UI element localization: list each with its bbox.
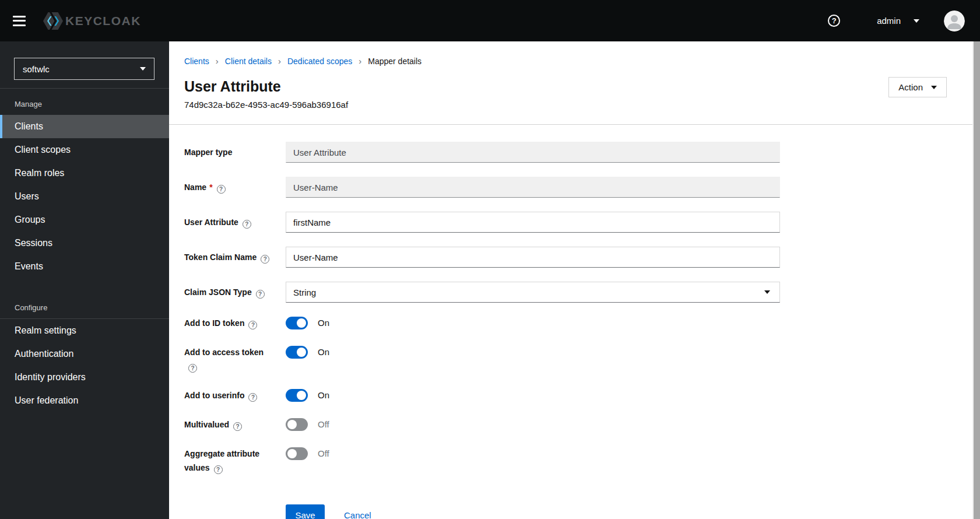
- name-field: [286, 177, 780, 198]
- claim-json-type-label: Claim JSON Type?: [184, 286, 272, 299]
- breadcrumb-clients[interactable]: Clients: [184, 57, 209, 66]
- sidebar-item-clients[interactable]: Clients: [0, 115, 169, 138]
- required-asterisk: *: [209, 183, 212, 192]
- sidebar-item-realm-roles[interactable]: Realm roles: [0, 162, 169, 185]
- breadcrumb-dedicated-scopes[interactable]: Dedicated scopes: [287, 57, 352, 66]
- form-actions: Save Cancel: [184, 504, 972, 519]
- help-icon[interactable]: ?: [188, 364, 197, 373]
- help-icon[interactable]: ?: [217, 185, 226, 194]
- scrollbar-thumb[interactable]: [974, 41, 980, 519]
- keycloak-logo-svg: KEYCLOAK: [43, 10, 150, 31]
- sidebar-item-identity-providers[interactable]: Identity providers: [0, 366, 169, 389]
- masthead-right: ? admin: [828, 0, 965, 41]
- help-icon[interactable]: ?: [243, 220, 251, 229]
- mapper-id: 74d9c32a-b62e-4953-ac49-596ab36916af: [184, 100, 972, 110]
- toggle-state-label: Off: [318, 447, 329, 460]
- form-row-token-claim-name: Token Claim Name?: [184, 247, 972, 268]
- sidebar-item-client-scopes[interactable]: Client scopes: [0, 138, 169, 162]
- sidebar-item-users[interactable]: Users: [0, 185, 169, 208]
- sidebar-item-sessions[interactable]: Sessions: [0, 232, 169, 255]
- multivalued-toggle[interactable]: [286, 418, 308, 431]
- mapper-type-label: Mapper type: [184, 146, 272, 158]
- page-header: Clients › Client details › Dedicated sco…: [169, 41, 972, 110]
- page-title: User Attribute: [184, 78, 972, 95]
- help-icon[interactable]: ?: [828, 15, 840, 27]
- form-row-claim-json-type: Claim JSON Type? String: [184, 282, 972, 303]
- mapper-form: Mapper type Name*? User Attribute?: [169, 125, 972, 519]
- aggregate-attribute-values-label: Aggregate attribute values?: [184, 447, 272, 475]
- masthead-left: KEYCLOAK: [0, 10, 150, 31]
- breadcrumb-separator-icon: ›: [359, 57, 361, 65]
- help-icon[interactable]: ?: [214, 465, 223, 474]
- form-row-mapper-type: Mapper type: [184, 142, 972, 163]
- add-to-userinfo-label: Add to userinfo?: [184, 388, 272, 402]
- sidebar-item-realm-settings[interactable]: Realm settings: [0, 319, 169, 342]
- add-to-id-token-label: Add to ID token?: [184, 316, 272, 330]
- action-dropdown-button[interactable]: Action: [888, 77, 947, 97]
- toggle-state-label: On: [318, 346, 329, 359]
- breadcrumb-separator-icon: ›: [278, 57, 281, 65]
- help-icon[interactable]: ?: [248, 321, 257, 329]
- user-attribute-field[interactable]: [286, 212, 780, 233]
- sidebar-item-authentication[interactable]: Authentication: [0, 342, 169, 366]
- add-to-id-token-toggle[interactable]: [286, 317, 308, 329]
- add-to-userinfo-toggle[interactable]: [286, 389, 308, 402]
- sidebar-item-events[interactable]: Events: [0, 255, 169, 278]
- chevron-down-icon: [931, 86, 937, 89]
- sidebar-item-user-federation[interactable]: User federation: [0, 389, 169, 412]
- chevron-down-icon[interactable]: [914, 19, 919, 23]
- breadcrumb: Clients › Client details › Dedicated sco…: [184, 57, 972, 66]
- chevron-down-icon: [140, 67, 146, 71]
- token-claim-name-field[interactable]: [286, 247, 780, 268]
- user-menu-label[interactable]: admin: [877, 16, 901, 26]
- breadcrumb-mapper-details: Mapper details: [368, 57, 421, 66]
- realm-selector-value: softwlc: [23, 64, 50, 74]
- name-label: Name*?: [184, 181, 272, 194]
- form-row-add-to-userinfo: Add to userinfo? On: [184, 389, 972, 402]
- nav-section-manage: Manage: [0, 89, 169, 115]
- breadcrumb-client-details[interactable]: Client details: [225, 57, 272, 66]
- form-row-aggregate-attribute-values: Aggregate attribute values? Off: [184, 447, 972, 475]
- form-row-add-to-access-token: Add to access token? On: [184, 346, 972, 373]
- avatar-placeholder-icon: [944, 10, 965, 31]
- help-icon[interactable]: ?: [233, 422, 242, 431]
- hamburger-menu-icon[interactable]: [13, 16, 27, 26]
- cancel-link[interactable]: Cancel: [344, 510, 371, 519]
- help-icon[interactable]: ?: [256, 290, 265, 299]
- realm-selector[interactable]: softwlc: [14, 58, 154, 80]
- sidebar: softwlc Manage Clients Client scopes Rea…: [0, 41, 169, 519]
- claim-json-type-select[interactable]: String: [286, 282, 780, 303]
- token-claim-name-label: Token Claim Name?: [184, 251, 272, 264]
- toggle-state-label: On: [318, 317, 329, 329]
- save-button[interactable]: Save: [286, 504, 325, 519]
- brand-text: KEYCLOAK: [65, 14, 141, 27]
- form-row-multivalued: Multivalued? Off: [184, 418, 972, 432]
- avatar[interactable]: [944, 10, 965, 31]
- user-attribute-label: User Attribute?: [184, 216, 272, 229]
- add-to-access-token-toggle[interactable]: [286, 346, 308, 359]
- toggle-state-label: Off: [318, 418, 329, 431]
- nav-section-configure: Configure: [0, 292, 169, 318]
- form-row-user-attribute: User Attribute?: [184, 212, 972, 233]
- vertical-scrollbar[interactable]: [972, 41, 980, 519]
- keycloak-logo: KEYCLOAK: [43, 10, 150, 31]
- breadcrumb-separator-icon: ›: [216, 57, 219, 65]
- multivalued-label: Multivalued?: [184, 418, 272, 432]
- help-icon[interactable]: ?: [261, 255, 269, 264]
- chevron-down-icon: [764, 290, 770, 294]
- toggle-state-label: On: [318, 389, 329, 402]
- nav-gap: [0, 278, 169, 292]
- form-row-add-to-id-token: Add to ID token? On: [184, 317, 972, 330]
- mapper-type-field: [286, 142, 780, 163]
- main-content: Clients › Client details › Dedicated sco…: [169, 41, 972, 519]
- form-row-name: Name*?: [184, 177, 972, 198]
- help-icon[interactable]: ?: [248, 393, 257, 402]
- masthead: KEYCLOAK ? admin: [0, 0, 980, 41]
- sidebar-item-groups[interactable]: Groups: [0, 208, 169, 232]
- add-to-access-token-label: Add to access token?: [184, 345, 272, 373]
- aggregate-attribute-values-toggle[interactable]: [286, 447, 308, 460]
